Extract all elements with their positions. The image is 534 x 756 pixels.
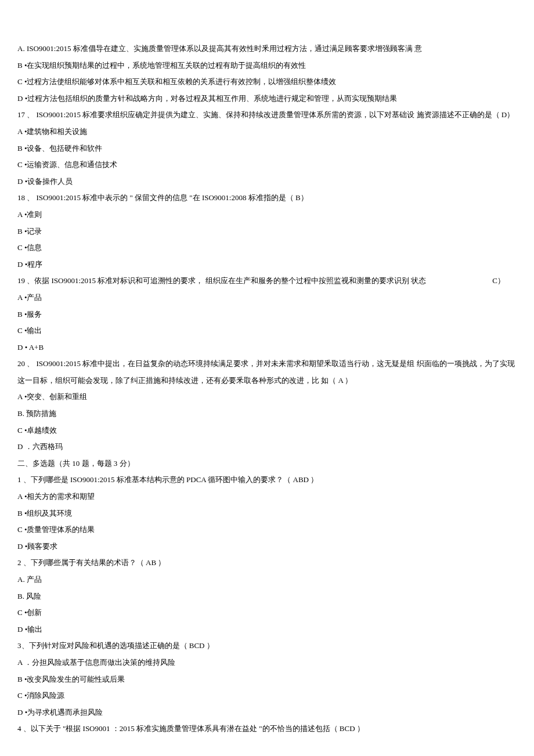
option-b: B •在实现组织预期结果的过程中，系统地管理相互关联的过程有助于提高组织的有效性 [17, 57, 517, 74]
option-c: C •输出 [17, 323, 517, 339]
option-d: D •顾客要求 [17, 538, 517, 555]
option-b: B •改变风险发生的可能性或后果 [17, 671, 517, 688]
question-18: 18 、 ISO9001:2015 标准中表示的 " 保留文件的信息 "在 IS… [17, 190, 517, 207]
option-d: D ．六西格玛 [17, 439, 517, 455]
question-19-answer: C） [492, 273, 517, 290]
option-c: C •创新 [17, 605, 517, 621]
option-a: A •建筑物和相关设施 [17, 124, 517, 140]
option-c: C •过程方法使组织能够对体系中相互关联和相互依赖的关系进行有效控制，以增强组织… [17, 74, 517, 91]
option-b: B •设备、包括硬件和软件 [17, 140, 517, 157]
question-2-2: 2 、下列哪些属于有关结果的术语？（ AB ） [17, 555, 517, 571]
section-2-heading: 二、多选题（共 10 题，每题 3 分） [17, 455, 517, 472]
option-c: C •运输资源、信息和通信技术 [17, 157, 517, 173]
option-a: A •准则 [17, 207, 517, 223]
option-d: D •过程方法包括组织的质量方针和战略方向，对各过程及其相互作用、系统地进行规定… [17, 91, 517, 107]
question-2-4: 4 、以下关于 "根据 ISO9001 ：2015 标准实施质量管理体系具有潜在… [17, 721, 517, 737]
option-b: B •组织及其环境 [17, 505, 517, 522]
option-d: D • A+B [17, 339, 517, 356]
option-a: A ．分担风险或基于信息而做出决策的维持风险 [17, 654, 517, 671]
option-d: D •设备操作人员 [17, 173, 517, 190]
option-c: C •信息 [17, 240, 517, 256]
option-d: D •输出 [17, 621, 517, 638]
question-19-text: 19 、依据 ISO9001:2015 标准对标识和可追溯性的要求， 组织应在生… [17, 273, 426, 290]
option-a: A •产品 [17, 290, 517, 306]
option-c: C •消除风险源 [17, 688, 517, 704]
option-b: B. 预防措施 [17, 406, 517, 422]
option-a: A •突变、创新和重组 [17, 389, 517, 406]
option-a: A. ISO9001:2015 标准倡导在建立、实施质量管理体系以及提高其有效性… [17, 41, 517, 57]
option-d: D •为寻求机遇而承担风险 [17, 704, 517, 721]
question-17: 17 、 ISO9001:2015 标准要求组织应确定并提供为建立、实施、保持和… [17, 107, 517, 124]
option-c: C •卓越绩效 [17, 422, 517, 439]
option-b: B. 风险 [17, 588, 517, 605]
question-20: 20 、 ISO9001:2015 标准中提出，在日益复杂的动态环境持续满足要求… [17, 356, 517, 389]
option-a: A •相关方的需求和期望 [17, 489, 517, 505]
option-b: B •记录 [17, 223, 517, 240]
question-19: 19 、依据 ISO9001:2015 标准对标识和可追溯性的要求， 组织应在生… [17, 273, 517, 290]
option-a: A. 产品 [17, 571, 517, 588]
option-d: D •程序 [17, 256, 517, 273]
option-b: B •服务 [17, 306, 517, 323]
question-2-3: 3、下列针对应对风险和机遇的选项描述正确的是（ BCD ） [17, 638, 517, 654]
question-2-1: 1 、下列哪些是 ISO9001:2015 标准基本结构示意的 PDCA 循环图… [17, 472, 517, 489]
option-c: C •质量管理体系的结果 [17, 522, 517, 538]
